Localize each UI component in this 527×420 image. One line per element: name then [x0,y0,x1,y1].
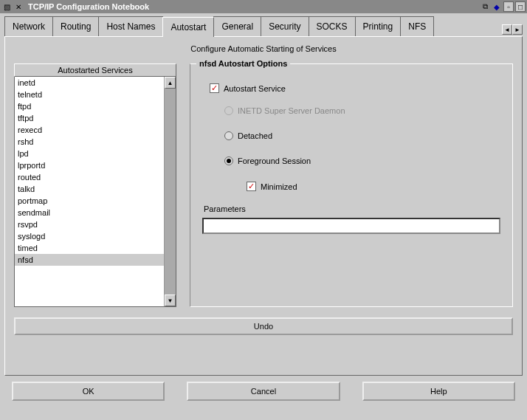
tab-row: Network Routing Host Names Autostart Gen… [4,16,523,36]
main-area: Network Routing Host Names Autostart Gen… [0,13,527,405]
tab-label: Printing [363,21,393,32]
tab-printing[interactable]: Printing [355,16,402,36]
services-panel: Autostarted Services inetdtelnetdftpdtft… [14,63,176,307]
minimized-checkbox[interactable]: ✓ [247,182,256,191]
list-item[interactable]: talkd [15,183,164,195]
group-legend: nfsd Autostart Options [196,59,290,68]
radio-inetd-label: INETD Super Server Daemon [238,106,345,115]
autostart-options-group: nfsd Autostart Options ✓ Autostart Servi… [190,63,513,307]
radio-detached-label: Detached [238,131,272,140]
tab-label: General [221,21,253,32]
window-title: TCP/IP Configuration Notebook [28,2,149,11]
bottom-button-row: OK Cancel Help [4,376,523,401]
scroll-up-icon[interactable]: ▲ [165,77,176,89]
list-item[interactable]: timed [15,242,164,254]
autostart-checkbox[interactable]: ✓ [210,83,219,93]
radio-inetd [224,106,233,115]
list-item[interactable]: nfsd [15,254,164,266]
scroll-track[interactable] [165,89,176,295]
minimized-label: Minimized [261,182,297,191]
list-item[interactable]: lpd [15,148,164,159]
scrollbar: ▲ ▼ [164,77,176,306]
services-listbox[interactable]: inetdtelnetdftpdtftpdrexecdrshdlpdlprpor… [15,77,164,306]
ok-label: OK [83,387,94,396]
tab-label: Routing [61,21,91,32]
list-item[interactable]: syslogd [15,230,164,242]
list-header: Autostarted Services [14,63,176,77]
help-button[interactable]: Help [362,382,515,401]
updown-icon[interactable]: ◆ [492,1,502,12]
tab-autostart[interactable]: Autostart [162,17,214,37]
tab-network[interactable]: Network [4,16,53,36]
tab-security[interactable]: Security [261,16,309,36]
tab-scroll-left-icon[interactable]: ◄ [502,24,512,35]
tab-general[interactable]: General [213,16,261,36]
scroll-down-icon[interactable]: ▼ [165,295,176,306]
tab-label: Network [13,21,45,32]
tab-label: Host Names [106,21,155,32]
list-item[interactable]: rsvpd [15,218,164,230]
windowlist-icon[interactable]: ⧉ [480,1,490,12]
list-item[interactable]: sendmail [15,207,164,218]
system-menu-icon[interactable]: ▧ [1,1,12,12]
tab-nfs[interactable]: NFS [400,16,434,36]
tab-scroll: ◄ ► [502,24,523,36]
undo-button[interactable]: Undo [14,317,513,335]
radio-detached[interactable] [224,131,233,140]
radio-foreground[interactable] [224,156,233,165]
list-item[interactable]: rexecd [15,124,164,136]
minimized-row: ✓ Minimized [247,182,500,191]
help-label: Help [430,387,447,396]
cancel-button[interactable]: Cancel [187,382,340,401]
tab-label: SOCKS [317,21,348,32]
tab-socks[interactable]: SOCKS [309,16,356,36]
tab-scroll-right-icon[interactable]: ► [512,24,523,35]
list-item[interactable]: portmap [15,195,164,207]
list-item[interactable]: lprportd [15,159,164,171]
cancel-label: Cancel [251,387,276,396]
radio-inetd-row: INETD Super Server Daemon [224,106,500,115]
tab-label: NFS [408,21,426,32]
tab-routing[interactable]: Routing [52,16,99,36]
list-item[interactable]: ftpd [15,100,164,112]
autostart-label: Autostart Service [224,84,286,93]
minimize-icon[interactable]: ▫ [503,1,514,12]
parameters-label: Parameters [204,204,500,213]
ok-button[interactable]: OK [12,382,165,401]
radio-detached-row: Detached [224,131,500,140]
list-item[interactable]: tftpd [15,112,164,124]
list-item[interactable]: inetd [15,77,164,89]
tab-label: Security [269,21,300,32]
tab-label: Autostart [170,22,206,32]
autostart-service-row: ✓ Autostart Service [210,83,500,93]
list-item[interactable]: rshd [15,136,164,148]
undo-label: Undo [254,322,273,331]
radio-foreground-row: Foreground Session [224,156,500,165]
titlebar: ▧ ✕ TCP/IP Configuration Notebook ⧉ ◆ ▫ … [0,0,527,13]
close-icon[interactable]: ✕ [13,1,24,12]
page-title: Configure Automatic Starting of Services [14,44,513,53]
notebook-page: Configure Automatic Starting of Services… [4,36,523,376]
tab-host-names[interactable]: Host Names [98,16,163,36]
parameters-input[interactable] [202,218,500,234]
list-item[interactable]: telnetd [15,89,164,100]
maximize-icon[interactable]: □ [515,1,526,12]
list-item[interactable]: routed [15,171,164,183]
radio-foreground-label: Foreground Session [238,156,311,165]
